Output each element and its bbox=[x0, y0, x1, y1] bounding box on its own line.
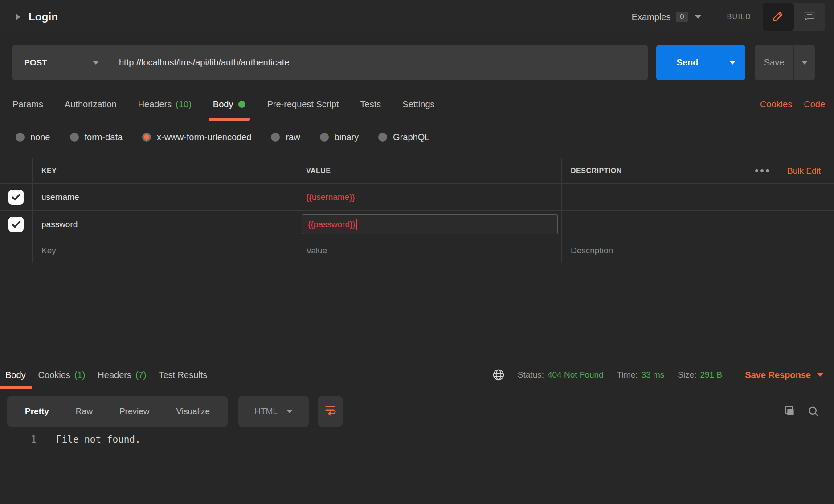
response-headers-count: (7) bbox=[135, 370, 146, 380]
size-label: Size: bbox=[678, 370, 696, 380]
header-actions: Examples 0 BUILD bbox=[632, 3, 825, 31]
wrap-text-icon bbox=[324, 404, 336, 419]
tab-pre-request-script[interactable]: Pre-request Script bbox=[267, 80, 339, 128]
tab-headers[interactable]: Headers(10) bbox=[138, 80, 192, 128]
tab-tests[interactable]: Tests bbox=[360, 80, 381, 128]
response-view-switcher: Pretty Raw Preview Visualize bbox=[7, 396, 228, 427]
column-options-icon[interactable] bbox=[755, 169, 769, 172]
response-tab-body[interactable]: Body bbox=[5, 357, 26, 393]
table-placeholder-row: Key Value Description bbox=[0, 238, 834, 263]
radio-graphql[interactable]: GraphQL bbox=[378, 132, 429, 142]
chevron-down-icon bbox=[93, 61, 99, 65]
table-row: username {{username}} bbox=[0, 184, 834, 211]
table-row: password {{password}} bbox=[0, 211, 834, 238]
radio-raw[interactable]: raw bbox=[271, 132, 300, 142]
send-options-dropdown[interactable] bbox=[719, 45, 745, 80]
view-pretty[interactable]: Pretty bbox=[12, 406, 62, 416]
value-placeholder[interactable]: Value bbox=[306, 246, 327, 256]
save-label: Save bbox=[755, 45, 793, 80]
param-value-variable[interactable]: {{username}} bbox=[306, 192, 355, 202]
view-preview[interactable]: Preview bbox=[106, 406, 163, 416]
save-button[interactable]: Save bbox=[755, 45, 815, 80]
save-options-dropdown[interactable] bbox=[793, 45, 815, 80]
save-response-button[interactable]: Save Response bbox=[745, 370, 823, 380]
param-key[interactable]: username bbox=[41, 192, 79, 202]
divider bbox=[715, 9, 715, 24]
param-key[interactable]: password bbox=[41, 219, 78, 229]
response-language-select[interactable]: HTML bbox=[238, 396, 309, 427]
response-tabs: Body Cookies(1) Headers(7) Test Results … bbox=[0, 357, 834, 393]
param-value-input-focused[interactable]: {{password}} bbox=[302, 214, 558, 234]
param-description[interactable] bbox=[561, 184, 834, 210]
cookies-link[interactable]: Cookies bbox=[760, 99, 792, 110]
response-tab-headers[interactable]: Headers(7) bbox=[98, 357, 146, 393]
checkbox-column-header bbox=[0, 158, 32, 183]
comments-button[interactable] bbox=[794, 3, 825, 31]
row-checkbox-checked[interactable] bbox=[8, 190, 24, 205]
request-title: Login bbox=[29, 11, 58, 23]
response-toolbar: Pretty Raw Preview Visualize HTML bbox=[0, 396, 834, 427]
response-body-text: File not found. bbox=[37, 433, 141, 446]
radio-binary[interactable]: binary bbox=[320, 132, 359, 142]
network-globe-icon[interactable] bbox=[492, 368, 505, 382]
radio-icon bbox=[271, 133, 280, 142]
response-body-viewer[interactable]: 1 File not found. bbox=[0, 427, 834, 446]
key-placeholder[interactable]: Key bbox=[41, 246, 56, 256]
url-input[interactable]: http://localhost/lms/api/lib/auth/authen… bbox=[108, 45, 648, 80]
examples-count-badge: 0 bbox=[676, 12, 688, 22]
method-label: POST bbox=[24, 58, 47, 68]
tab-body[interactable]: Body bbox=[213, 80, 246, 128]
table-header-row: KEY VALUE DESCRIPTION Bulk Edit bbox=[0, 158, 834, 184]
examples-label: Examples bbox=[632, 12, 671, 22]
description-placeholder[interactable]: Description bbox=[571, 246, 613, 256]
radio-selected-icon bbox=[142, 133, 151, 142]
build-mode-label: BUILD bbox=[727, 13, 751, 21]
chevron-down-icon bbox=[695, 15, 701, 19]
response-panel: Body Cookies(1) Headers(7) Test Results … bbox=[0, 357, 834, 446]
line-number: 1 bbox=[0, 433, 37, 446]
value-column-header: VALUE bbox=[306, 167, 331, 175]
body-modified-dot-icon bbox=[238, 101, 245, 108]
method-select[interactable]: POST bbox=[12, 45, 108, 80]
chevron-down-icon bbox=[817, 373, 823, 377]
send-label: Send bbox=[656, 45, 719, 80]
chevron-down-icon bbox=[801, 61, 808, 65]
radio-x-www-form-urlencoded[interactable]: x-www-form-urlencoded bbox=[142, 132, 251, 142]
url-bar: POST http://localhost/lms/api/lib/auth/a… bbox=[12, 45, 834, 80]
send-button[interactable]: Send bbox=[656, 45, 745, 80]
code-link[interactable]: Code bbox=[804, 99, 825, 110]
size-value: 291 B bbox=[700, 370, 722, 380]
description-column-header: DESCRIPTION bbox=[571, 167, 622, 175]
chevron-down-icon bbox=[729, 61, 736, 65]
view-raw[interactable]: Raw bbox=[62, 406, 106, 416]
status-label: Status: bbox=[518, 370, 544, 380]
examples-dropdown[interactable]: Examples 0 bbox=[632, 12, 702, 22]
row-checkbox-checked[interactable] bbox=[8, 217, 24, 232]
wrap-text-button[interactable] bbox=[318, 396, 343, 427]
response-tools bbox=[782, 405, 820, 418]
chevron-down-icon bbox=[286, 410, 293, 413]
radio-none[interactable]: none bbox=[16, 132, 50, 142]
request-tabs: Params Authorization Headers(10) Body Pr… bbox=[0, 80, 834, 128]
key-column-header: KEY bbox=[41, 167, 57, 175]
response-tab-cookies[interactable]: Cookies(1) bbox=[38, 357, 86, 393]
param-description[interactable] bbox=[561, 211, 834, 238]
response-tab-test-results[interactable]: Test Results bbox=[159, 357, 207, 393]
time-value: 33 ms bbox=[641, 370, 664, 380]
view-visualize[interactable]: Visualize bbox=[163, 406, 223, 416]
status-value: 404 Not Found bbox=[548, 370, 604, 380]
postman-app: Login Examples 0 BUILD bbox=[0, 0, 834, 446]
response-meta: Status: 404 Not Found Time: 33 ms Size: … bbox=[492, 368, 823, 382]
tab-authorization[interactable]: Authorization bbox=[65, 80, 117, 128]
edit-mode-button[interactable] bbox=[763, 3, 794, 31]
tab-settings[interactable]: Settings bbox=[402, 80, 434, 128]
collapse-request-icon[interactable] bbox=[16, 14, 20, 20]
bulk-edit-link[interactable]: Bulk Edit bbox=[787, 166, 821, 176]
search-icon[interactable] bbox=[807, 405, 820, 418]
editor-scrollbar-track[interactable] bbox=[814, 428, 814, 500]
copy-icon[interactable] bbox=[782, 405, 796, 418]
pencil-icon bbox=[772, 9, 785, 24]
radio-form-data[interactable]: form-data bbox=[70, 132, 123, 142]
time-label: Time: bbox=[617, 370, 638, 380]
tab-params[interactable]: Params bbox=[12, 80, 43, 128]
